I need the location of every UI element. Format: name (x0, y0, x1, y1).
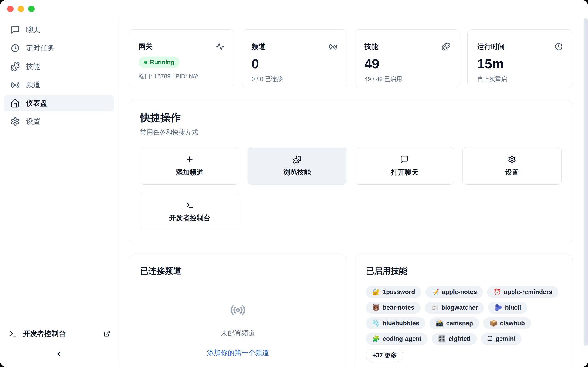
skill-name: apple-reminders (504, 289, 552, 296)
clock-icon (554, 42, 563, 51)
stat-card-channels: 频道 0 0 / 0 已连接 (242, 29, 347, 87)
skill-chip-camsnap[interactable]: 📸 camsnap (430, 317, 479, 329)
minimize-button[interactable] (18, 6, 24, 12)
puzzle-icon (10, 62, 20, 71)
add-first-channel-link[interactable]: 添加你的第一个频道 (207, 348, 269, 358)
broadcast-icon (230, 302, 246, 318)
skill-chip-gemini[interactable]: ♊ gemini (481, 333, 522, 345)
skill-name: blucli (505, 304, 521, 311)
connected-channels-title: 已连接频道 (140, 265, 336, 277)
stat-detail: 0 / 0 已连接 (251, 75, 337, 83)
stat-detail: 49 / 49 已启用 (364, 75, 450, 83)
quick-action-dev-console[interactable]: 开发者控制台 (140, 193, 239, 230)
skill-chip-clawhub[interactable]: 📦 clawhub (483, 317, 531, 329)
stat-card-skills: 技能 49 49 / 49 已启用 (355, 29, 460, 87)
enabled-skills-panel: 已启用技能 🔐 1password 📝 apple-notes ⏰ apple-… (355, 255, 573, 367)
channels-empty-state: 未配置频道 添加你的第一个频道 (140, 302, 336, 358)
quick-action-open-chat[interactable]: 打开聊天 (355, 147, 454, 185)
sidebar-item-settings[interactable]: 设置 (4, 113, 114, 130)
enabled-skills-title: 已启用技能 (366, 265, 562, 277)
skill-emoji: ♊ (487, 336, 493, 342)
status-badge: Running (139, 57, 180, 68)
chat-icon (400, 155, 409, 164)
dev-console-label: 开发者控制台 (23, 329, 66, 339)
skill-name: camsnap (446, 320, 473, 327)
stat-value: 49 (364, 56, 450, 71)
skill-name: blogwatcher (441, 304, 478, 311)
skill-name: gemini (495, 335, 515, 342)
stat-card-gateway: 网关 Running 端口: 18789 | PID: N/A (129, 29, 234, 87)
skill-name: coding-agent (383, 335, 422, 342)
app-window: 聊天 定时任务 技能 频道 仪表盘 设置 开发者控制台 网关 (0, 0, 588, 367)
skill-emoji: 📰 (431, 305, 439, 311)
stat-card-uptime: 运行时间 15m 自上次重启 (467, 29, 573, 87)
quick-action-add-channel[interactable]: 添加频道 (140, 147, 239, 185)
close-button[interactable] (7, 6, 14, 12)
skill-emoji: 🔐 (372, 289, 380, 295)
broadcast-icon (329, 42, 337, 51)
stat-title: 频道 (251, 42, 265, 51)
quick-action-settings[interactable]: 设置 (462, 147, 562, 185)
stat-title: 网关 (139, 42, 153, 51)
connected-channels-panel: 已连接频道 未配置频道 添加你的第一个频道 (129, 255, 347, 367)
skill-chip-blogwatcher[interactable]: 📰 blogwatcher (425, 302, 484, 314)
sidebar-item-channels[interactable]: 频道 (4, 77, 114, 93)
stats-grid: 网关 Running 端口: 18789 | PID: N/A 频道 0 0 /… (129, 29, 573, 87)
clock-icon (10, 44, 20, 53)
sidebar-item-scheduled-tasks[interactable]: 定时任务 (4, 40, 114, 56)
skill-emoji: 🫐 (494, 305, 502, 311)
skill-chip-apple-reminders[interactable]: ⏰ apple-reminders (487, 286, 558, 298)
skill-emoji: 📸 (436, 320, 443, 326)
activity-icon (216, 42, 225, 51)
skill-emoji: ⏰ (493, 289, 501, 295)
skill-name: bear-notes (383, 304, 414, 311)
skill-emoji: 🧩 (372, 336, 380, 342)
sidebar-dev-console[interactable]: 开发者控制台 (9, 329, 110, 339)
skill-emoji: 📦 (489, 320, 497, 326)
skill-emoji: 🐻 (372, 305, 380, 311)
gear-icon (10, 117, 20, 126)
skills-more-chip[interactable]: +37 更多 (366, 349, 403, 362)
home-icon (10, 99, 20, 108)
skill-name: apple-notes (442, 289, 477, 296)
puzzle-icon (442, 42, 450, 51)
stat-value: 0 (251, 56, 337, 71)
skill-chip-bluebubbles[interactable]: 🫧 bluebubbles (366, 317, 425, 329)
chevron-left-icon (55, 350, 63, 358)
skill-name: eightctl (449, 335, 471, 342)
sidebar-item-skills[interactable]: 技能 (4, 58, 114, 75)
external-link-icon[interactable] (103, 330, 110, 337)
quick-actions-title: 快捷操作 (140, 111, 562, 125)
broadcast-icon (10, 80, 20, 90)
skill-chip-blucli[interactable]: 🫐 blucli (488, 302, 527, 314)
skill-name: 1password (383, 289, 415, 296)
skill-chip-1password[interactable]: 🔐 1password (366, 286, 421, 298)
quick-actions-grid: 添加频道 浏览技能 打开聊天 设置 开发者控制台 (140, 147, 562, 230)
skill-name: bluebubbles (383, 320, 419, 327)
quick-actions-card: 快捷操作 常用任务和快捷方式 添加频道 浏览技能 打开聊天 设置 开发者控制台 (129, 100, 573, 243)
stat-title: 技能 (364, 42, 378, 51)
skill-chip-eightctl[interactable]: 🎛️ eightctl (432, 333, 477, 345)
app-body: 聊天 定时任务 技能 频道 仪表盘 设置 开发者控制台 网关 (0, 18, 588, 367)
sidebar-spacer (0, 131, 118, 329)
sidebar-item-dashboard[interactable]: 仪表盘 (4, 95, 114, 111)
sidebar: 聊天 定时任务 技能 频道 仪表盘 设置 开发者控制台 (0, 18, 118, 367)
status-dot (144, 61, 147, 64)
vertical-scrollbar-thumb[interactable] (584, 18, 588, 346)
plus-icon (185, 155, 194, 164)
stat-detail: 自上次重启 (477, 75, 563, 83)
quick-action-browse-skills[interactable]: 浏览技能 (248, 147, 347, 185)
bottom-grid: 已连接频道 未配置频道 添加你的第一个频道 已启用技能 🔐 1password … (129, 255, 573, 367)
sidebar-item-chat[interactable]: 聊天 (4, 22, 114, 38)
skill-name: clawhub (500, 320, 525, 327)
terminal-icon (9, 330, 17, 338)
puzzle-icon (293, 155, 302, 164)
sidebar-collapse-button[interactable] (55, 350, 63, 358)
skill-chip-bear-notes[interactable]: 🐻 bear-notes (366, 302, 421, 314)
zoom-button[interactable] (28, 6, 35, 12)
traffic-lights (7, 6, 35, 12)
stat-value: 15m (477, 56, 563, 71)
stat-detail: 端口: 18789 | PID: N/A (139, 72, 225, 80)
skill-chip-coding-agent[interactable]: 🧩 coding-agent (366, 333, 428, 345)
skill-chip-apple-notes[interactable]: 📝 apple-notes (425, 286, 483, 298)
